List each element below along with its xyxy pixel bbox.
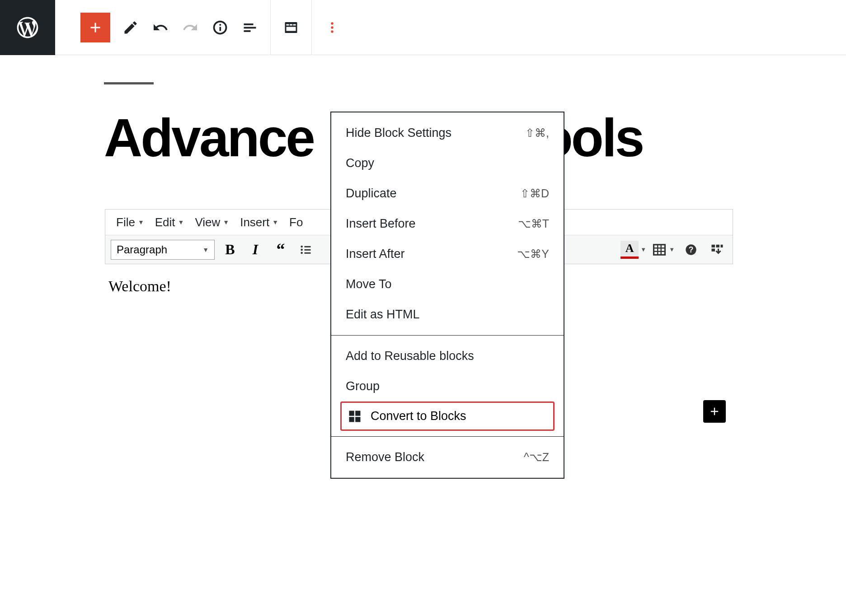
svg-rect-25 — [716, 244, 720, 247]
svg-rect-29 — [355, 411, 360, 415]
svg-rect-4 — [287, 24, 289, 25]
table-button[interactable]: ▼ — [653, 243, 675, 257]
wordpress-icon — [15, 15, 40, 40]
format-row-right: A ▼ ▼ ? — [620, 240, 727, 260]
paragraph-select[interactable]: Paragraph ▼ — [111, 240, 215, 260]
title-part-left: Advance — [104, 108, 314, 168]
menu-file[interactable]: File▼ — [113, 214, 148, 231]
svg-point-13 — [301, 248, 303, 251]
italic-button[interactable]: I — [245, 240, 265, 260]
dropdown-group-2: Add to Reusable blocks Group Convert to … — [331, 335, 564, 436]
plus-icon — [87, 19, 103, 36]
svg-rect-16 — [305, 252, 311, 253]
blocks-grid-icon — [348, 410, 362, 423]
menu-insert-before[interactable]: Insert Before⌥⌘T — [331, 209, 564, 239]
text-color-button[interactable]: A ▼ — [620, 241, 646, 259]
title-accent-line — [104, 82, 154, 84]
bullet-list-icon — [300, 243, 312, 256]
pencil-icon — [122, 19, 139, 36]
svg-rect-14 — [305, 249, 311, 250]
dropdown-group-3: Remove Block^⌥Z — [331, 436, 564, 478]
caret-down-icon: ▼ — [178, 219, 184, 226]
block-options-dropdown: Hide Block Settings⇧⌘, Copy Duplicate⇧⌘D… — [330, 112, 564, 479]
toolbar-left — [55, 0, 270, 55]
menu-format-cut[interactable]: Fo — [286, 214, 306, 231]
menu-group[interactable]: Group — [331, 371, 564, 401]
dropdown-group-1: Hide Block Settings⇧⌘, Copy Duplicate⇧⌘D… — [331, 112, 564, 335]
menu-add-reusable[interactable]: Add to Reusable blocks — [331, 341, 564, 371]
svg-text:?: ? — [689, 245, 694, 254]
bullet-list-button[interactable] — [296, 240, 316, 260]
menu-view[interactable]: View▼ — [191, 214, 233, 231]
help-icon: ? — [685, 243, 697, 256]
menu-duplicate[interactable]: Duplicate⇧⌘D — [331, 178, 564, 209]
svg-rect-27 — [712, 248, 715, 251]
svg-rect-6 — [293, 24, 296, 25]
classic-block-icon — [283, 19, 299, 36]
caret-down-icon: ▼ — [138, 219, 144, 226]
svg-point-11 — [301, 245, 303, 247]
menu-insert-after[interactable]: Insert After⌥⌘Y — [331, 239, 564, 269]
convert-label: Convert to Blocks — [371, 409, 466, 423]
svg-rect-7 — [287, 27, 296, 31]
top-toolbar — [0, 0, 846, 55]
menu-insert[interactable]: Insert▼ — [236, 214, 282, 231]
svg-point-15 — [301, 252, 303, 254]
menu-move-to[interactable]: Move To — [331, 269, 564, 299]
info-icon — [212, 19, 228, 36]
ellipsis-vertical-icon — [324, 19, 340, 36]
svg-rect-30 — [349, 417, 354, 422]
classic-block-button[interactable] — [276, 13, 306, 42]
plus-icon — [708, 405, 721, 418]
add-block-button[interactable] — [80, 13, 110, 42]
svg-rect-24 — [712, 244, 715, 247]
content-area: Advanced Editor Tools File▼ Edit▼ View▼ … — [0, 55, 846, 308]
undo-button[interactable] — [146, 13, 175, 42]
menu-convert-to-blocks[interactable]: Convert to Blocks — [340, 401, 555, 431]
svg-point-9 — [331, 26, 333, 28]
menu-edit-as-html[interactable]: Edit as HTML — [331, 299, 564, 330]
info-button[interactable] — [205, 13, 235, 42]
outline-button[interactable] — [235, 13, 265, 42]
blockquote-button[interactable]: “ — [271, 240, 291, 260]
svg-rect-1 — [220, 27, 221, 31]
editor-body-text: Welcome! — [108, 278, 171, 294]
caret-down-icon: ▼ — [202, 246, 209, 253]
menu-hide-block-settings[interactable]: Hide Block Settings⇧⌘, — [331, 118, 564, 148]
undo-icon — [152, 19, 169, 36]
svg-rect-31 — [355, 417, 360, 422]
svg-point-2 — [219, 23, 221, 25]
toolbar-toggle-icon — [710, 243, 724, 257]
text-color-icon: A — [620, 241, 639, 259]
paragraph-select-label: Paragraph — [117, 243, 167, 256]
bold-button[interactable]: B — [220, 240, 240, 260]
svg-point-8 — [331, 22, 333, 24]
menu-edit[interactable]: Edit▼ — [151, 214, 188, 231]
edit-mode-button[interactable] — [116, 13, 146, 42]
toolbar-more — [312, 0, 352, 55]
toolbar-block — [271, 0, 311, 55]
add-block-inline-button[interactable] — [703, 400, 726, 423]
svg-rect-26 — [721, 244, 723, 247]
menu-remove-block[interactable]: Remove Block^⌥Z — [331, 442, 564, 472]
caret-down-icon: ▼ — [223, 219, 229, 226]
list-outline-icon — [242, 19, 258, 36]
svg-point-10 — [331, 30, 333, 33]
svg-rect-12 — [305, 246, 311, 247]
table-icon — [653, 243, 666, 257]
toolbar-toggle-button[interactable] — [707, 240, 727, 260]
more-options-button[interactable] — [317, 13, 347, 42]
svg-rect-5 — [290, 24, 292, 25]
caret-down-icon: ▼ — [272, 219, 278, 226]
redo-button[interactable] — [175, 13, 205, 42]
wordpress-logo[interactable] — [0, 0, 55, 55]
redo-icon — [182, 19, 198, 36]
menu-copy[interactable]: Copy — [331, 148, 564, 178]
caret-down-icon: ▼ — [640, 246, 646, 253]
svg-rect-17 — [654, 244, 665, 255]
help-button[interactable]: ? — [681, 240, 701, 260]
svg-rect-28 — [349, 411, 354, 415]
caret-down-icon: ▼ — [669, 246, 675, 253]
